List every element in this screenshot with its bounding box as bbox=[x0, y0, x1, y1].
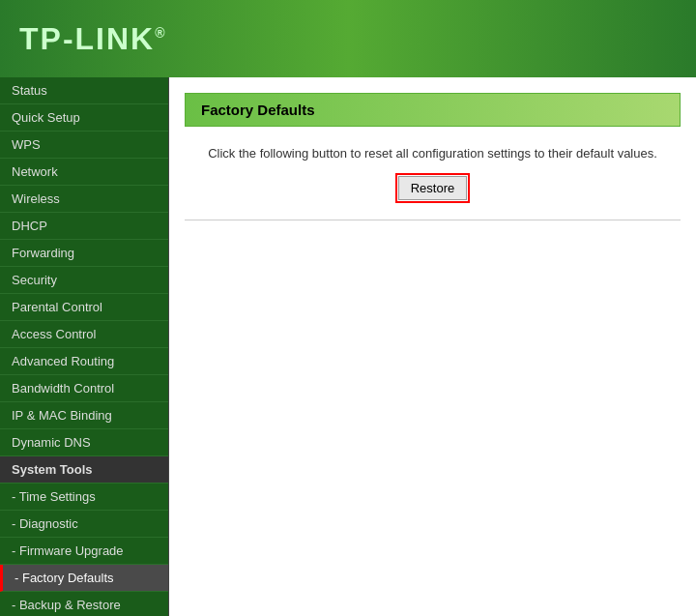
sidebar-item-forwarding[interactable]: Forwarding bbox=[0, 240, 168, 267]
page-header-bar: Factory Defaults bbox=[185, 93, 681, 127]
logo-text: TP-LINK bbox=[19, 21, 155, 56]
sidebar-item-system-tools[interactable]: System Tools bbox=[0, 456, 168, 484]
sidebar-item-dynamic-dns[interactable]: Dynamic DNS bbox=[0, 429, 168, 456]
sidebar-item-quick-setup[interactable]: Quick Setup bbox=[0, 104, 168, 132]
content-area: Click the following button to reset all … bbox=[169, 127, 696, 259]
sidebar-item-network[interactable]: Network bbox=[0, 159, 168, 186]
sidebar-item-dhcp[interactable]: DHCP bbox=[0, 213, 168, 240]
logo: TP-LINK® bbox=[19, 21, 167, 57]
layout: StatusQuick SetupWPSNetworkWirelessDHCPF… bbox=[0, 77, 696, 616]
sidebar-item-ip-mac-binding[interactable]: IP & MAC Binding bbox=[0, 402, 168, 429]
sidebar-item-parental-control[interactable]: Parental Control bbox=[0, 294, 168, 321]
divider bbox=[185, 220, 681, 220]
main-content: Factory Defaults Click the following but… bbox=[169, 77, 696, 616]
restore-button[interactable]: Restore bbox=[398, 176, 468, 200]
page-title: Factory Defaults bbox=[201, 102, 664, 118]
sidebar-item-wireless[interactable]: Wireless bbox=[0, 186, 168, 213]
header: TP-LINK® bbox=[0, 0, 696, 77]
sidebar-item-wps[interactable]: WPS bbox=[0, 132, 168, 159]
sidebar-item-backup-restore[interactable]: - Backup & Restore bbox=[0, 592, 168, 616]
sidebar-item-advanced-routing[interactable]: Advanced Routing bbox=[0, 348, 168, 375]
sidebar-item-time-settings[interactable]: - Time Settings bbox=[0, 484, 168, 511]
sidebar-item-access-control[interactable]: Access Control bbox=[0, 321, 168, 348]
logo-tm: ® bbox=[155, 25, 166, 41]
sidebar-item-factory-defaults[interactable]: - Factory Defaults bbox=[0, 565, 168, 592]
description-text: Click the following button to reset all … bbox=[185, 146, 681, 161]
sidebar-item-status[interactable]: Status bbox=[0, 77, 168, 104]
sidebar-item-security[interactable]: Security bbox=[0, 267, 168, 294]
sidebar-item-bandwidth-control[interactable]: Bandwidth Control bbox=[0, 375, 168, 402]
sidebar: StatusQuick SetupWPSNetworkWirelessDHCPF… bbox=[0, 77, 169, 616]
sidebar-item-firmware-upgrade[interactable]: - Firmware Upgrade bbox=[0, 538, 168, 565]
sidebar-item-diagnostic[interactable]: - Diagnostic bbox=[0, 511, 168, 538]
